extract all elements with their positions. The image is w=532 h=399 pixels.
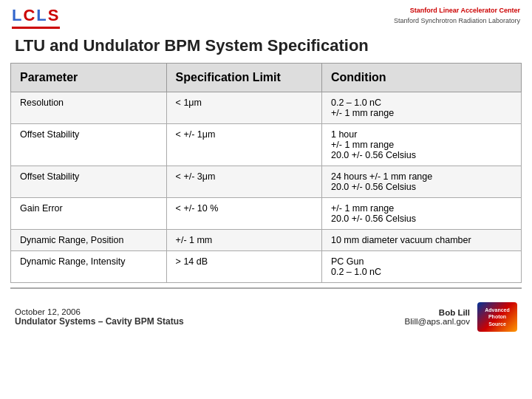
footer-left: October 12, 2006 Undulator Systems – Cav… — [15, 307, 184, 327]
table-row: Gain Error< +/- 10 %+/- 1 mm range20.0 +… — [11, 198, 522, 230]
footer: October 12, 2006 Undulator Systems – Cav… — [0, 296, 532, 335]
cell-parameter: Gain Error — [11, 198, 167, 230]
table-row: Offset Stability< +/- 3μm24 hours +/- 1 … — [11, 166, 522, 198]
cell-spec: < +/- 10 % — [166, 198, 321, 230]
cell-spec: < +/- 3μm — [166, 166, 321, 198]
table-header-row: Parameter Specification Limit Condition — [11, 64, 522, 92]
col-header-spec: Specification Limit — [166, 64, 321, 92]
footer-right: Bob Lill Blill@aps.anl.gov AdvancedPhoto… — [405, 302, 517, 332]
cell-parameter: Dynamic Range, Intensity — [11, 251, 167, 283]
col-header-condition: Condition — [321, 64, 521, 92]
header-institution: Stanford Linear Accelerator Center Stanf… — [394, 6, 520, 26]
cell-parameter: Offset Stability — [11, 166, 167, 198]
table-row: Dynamic Range, Position+/- 1 mm10 mm dia… — [11, 230, 522, 251]
cell-spec: > 14 dB — [166, 251, 321, 283]
logo-area: LCLS — [12, 6, 60, 29]
page-title: LTU and Undulator BPM System Specificati… — [0, 32, 532, 63]
cell-spec: +/- 1 mm — [166, 230, 321, 251]
contact-name: Bob Lill — [405, 308, 470, 317]
footer-subtitle: Undulator Systems – Cavity BPM Status — [15, 316, 184, 327]
cell-parameter: Dynamic Range, Position — [11, 230, 167, 251]
main-content: Parameter Specification Limit Condition … — [0, 63, 532, 283]
footer-date: October 12, 2006 — [15, 307, 184, 316]
col-header-parameter: Parameter — [11, 64, 167, 92]
table-row: Offset Stability< +/- 1μm1 hour+/- 1 mm … — [11, 124, 522, 166]
header: LCLS Stanford Linear Accelerator Center … — [0, 0, 532, 32]
cell-condition: +/- 1 mm range20.0 +/- 0.56 Celsius — [321, 198, 521, 230]
cell-parameter: Offset Stability — [11, 124, 167, 166]
lcls-logo: LCLS — [12, 6, 60, 29]
cell-parameter: Resolution — [11, 92, 167, 124]
cell-spec: < +/- 1μm — [166, 124, 321, 166]
table-row: Resolution< 1μm0.2 – 1.0 nC+/- 1 mm rang… — [11, 92, 522, 124]
cell-condition: 24 hours +/- 1 mm range20.0 +/- 0.56 Cel… — [321, 166, 521, 198]
contact-email: Blill@aps.anl.gov — [405, 317, 470, 326]
footer-divider — [10, 287, 522, 289]
institution-line1: Stanford Linear Accelerator Center — [394, 6, 520, 16]
spec-table: Parameter Specification Limit Condition … — [10, 63, 522, 283]
footer-contact: Bob Lill Blill@aps.anl.gov — [405, 308, 470, 326]
cell-condition: PC Gun0.2 – 1.0 nC — [321, 251, 521, 283]
cell-condition: 0.2 – 1.0 nC+/- 1 mm range — [321, 92, 521, 124]
cell-condition: 1 hour+/- 1 mm range20.0 +/- 0.56 Celsiu… — [321, 124, 521, 166]
aps-logo: AdvancedPhotonSource — [477, 302, 517, 332]
cell-condition: 10 mm diameter vacuum chamber — [321, 230, 521, 251]
institution-line2: Stanford Synchrotron Radiation Laborator… — [394, 16, 520, 27]
cell-spec: < 1μm — [166, 92, 321, 124]
table-row: Dynamic Range, Intensity> 14 dBPC Gun0.2… — [11, 251, 522, 283]
